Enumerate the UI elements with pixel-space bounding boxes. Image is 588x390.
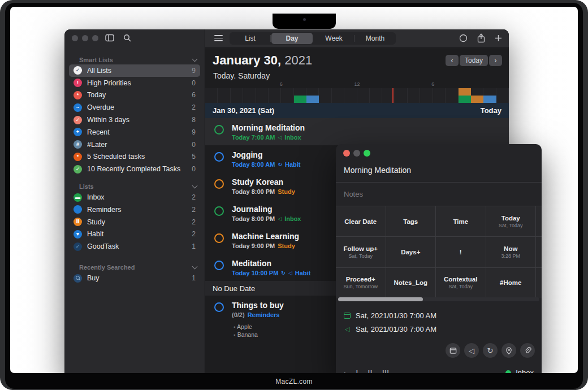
minimize-button[interactable] <box>82 35 88 41</box>
action-contextual[interactable]: ContextualSat, Today <box>436 268 486 298</box>
sidebar-item-inbox[interactable]: ▬Inbox2 <box>69 191 200 203</box>
today-button[interactable]: Today <box>460 55 488 66</box>
section-header-recently-searched[interactable]: Recently Searched <box>64 263 205 272</box>
grid-scrollbar[interactable] <box>338 297 539 301</box>
sidebar-item-all-lists[interactable]: ✓All Lists9 <box>69 64 200 77</box>
tray-icon: ▬ <box>74 193 82 202</box>
due-date-row[interactable]: Sat, 2021/01/30 7:00 AM <box>344 309 436 322</box>
menu-icon[interactable] <box>214 35 223 41</box>
list-assignment[interactable]: Inbox <box>505 369 534 373</box>
sidebar-toggle-icon[interactable] <box>105 34 114 42</box>
sidebar-item-buy[interactable]: Buy1 <box>69 272 200 284</box>
sidebar-item-reminders[interactable]: Reminders2 <box>69 203 200 216</box>
action-now[interactable]: Now3:28 PM <box>486 237 536 267</box>
action-home[interactable]: #Home <box>486 268 536 298</box>
tab-day[interactable]: Day <box>271 33 313 44</box>
sidebar-item-habit[interactable]: ♥Habit2 <box>69 228 200 241</box>
task-circle[interactable] <box>214 233 224 243</box>
timeline-block[interactable] <box>459 96 471 103</box>
section-header-lists[interactable]: Lists <box>64 182 205 191</box>
zoom-button[interactable] <box>92 35 98 41</box>
tab-list[interactable]: List <box>230 32 271 45</box>
timeline-block[interactable] <box>471 96 483 103</box>
next-day-button[interactable]: › <box>489 55 502 66</box>
alarm-row[interactable]: ◁Sat, 2021/01/30 7:00 AM <box>344 322 436 336</box>
task-circle[interactable] <box>214 125 224 135</box>
action-notes-log[interactable]: Notes_Log <box>386 268 436 298</box>
sidebar-item-high-priorities[interactable]: !High Priorities0 <box>69 77 200 89</box>
sidebar-item-10-recently-completed-tasks[interactable]: ✓10 Recently Completed Tasks0 <box>69 163 200 175</box>
scrollbar-thumb[interactable] <box>338 297 423 301</box>
action-follow-up[interactable]: Follow up+Sat, Today <box>336 237 386 267</box>
priority-option-1[interactable]: ! <box>356 369 358 374</box>
sidebar-item-count: 0 <box>192 165 196 173</box>
task-circle[interactable] <box>214 206 224 216</box>
action-cell-partial[interactable] <box>536 268 542 298</box>
task-meta: Today 7:00 AM◁Inbox <box>232 134 301 141</box>
tab-month[interactable]: Month <box>354 32 396 45</box>
task-row-morning-meditation[interactable]: Morning MeditationToday 7:00 AM◁Inbox <box>205 118 509 145</box>
task-circle[interactable] <box>214 261 224 270</box>
speaker-button[interactable]: ◁ <box>464 343 479 358</box>
task-circle[interactable] <box>214 179 224 189</box>
priority-option-2[interactable]: !! <box>368 369 372 374</box>
chevron-down-icon[interactable] <box>192 183 198 189</box>
action-cell-partial[interactable] <box>536 206 542 236</box>
action-[interactable]: ! <box>436 237 486 267</box>
task-circle[interactable] <box>214 302 224 312</box>
timeline-block[interactable] <box>306 96 319 103</box>
sidebar-item-recent[interactable]: +Recent9 <box>69 126 200 138</box>
sidebar-item-study[interactable]: ⅡStudy2 <box>69 216 200 228</box>
chevron-down-icon[interactable] <box>192 57 198 62</box>
task-title: Morning Meditation <box>232 123 305 132</box>
task-title-field[interactable]: Morning Meditation <box>344 166 411 175</box>
priority-option-3[interactable]: !!! <box>382 369 390 374</box>
meta-text: Study <box>278 188 295 195</box>
star-icon: * <box>74 153 82 161</box>
search-icon[interactable] <box>123 34 131 42</box>
chevron-down-icon[interactable] <box>192 264 198 270</box>
location-button[interactable] <box>501 343 516 358</box>
action-proceed[interactable]: Proceed+Sun, Tomorrow <box>336 268 386 298</box>
timeline-block[interactable] <box>483 96 496 103</box>
action-label: #Home <box>500 279 521 286</box>
zoom-button[interactable] <box>364 150 370 157</box>
sidebar-item-today[interactable]: *Today6 <box>69 89 200 102</box>
record-circle-icon[interactable] <box>459 34 468 42</box>
section-header-smart-lists[interactable]: Smart Lists <box>64 55 205 64</box>
sidebar-item-within-3-days[interactable]: ✓Within 3 days8 <box>69 114 200 126</box>
calendar-button[interactable] <box>446 343 460 358</box>
subtask-item[interactable]: ◦ Apple <box>234 323 258 331</box>
action-cell-partial[interactable] <box>536 237 542 267</box>
action-today[interactable]: TodaySat, Today <box>486 206 536 236</box>
refresh-button[interactable]: ↻ <box>483 343 498 358</box>
day-label: Jan 30, 2021 (Sat) <box>213 106 274 115</box>
task-title: Jogging <box>232 150 262 159</box>
add-task-icon[interactable] <box>495 34 502 42</box>
sidebar-item-5-scheduled-tasks[interactable]: *5 Scheduled tasks5 <box>69 151 200 163</box>
tab-week[interactable]: Week <box>313 32 354 45</box>
share-icon[interactable] <box>477 33 485 43</box>
paperclip-button[interactable] <box>520 343 535 358</box>
sidebar-item-goodtask[interactable]: ✓GoodTask1 <box>69 240 200 253</box>
task-circle[interactable] <box>214 152 224 162</box>
timeline-block[interactable] <box>459 88 471 96</box>
minimize-button[interactable] <box>353 150 360 157</box>
sidebar-item-count: 1 <box>192 242 196 250</box>
action-label: Time <box>453 218 468 225</box>
timeline[interactable] <box>205 88 509 103</box>
subtask-item[interactable]: ◦ Banana <box>234 331 258 339</box>
notes-field[interactable]: Notes <box>344 190 363 198</box>
close-button[interactable] <box>72 35 78 41</box>
action-clear-date[interactable]: Clear Date <box>336 206 386 236</box>
hour-cell <box>243 88 256 103</box>
close-button[interactable] <box>343 150 350 157</box>
priority-option-0[interactable]: · <box>344 369 346 374</box>
action-tags[interactable]: Tags <box>386 206 436 236</box>
action-time[interactable]: Time <box>436 206 486 236</box>
action-days[interactable]: Days+ <box>386 237 436 267</box>
sidebar-item-later[interactable]: ##Later0 <box>69 138 200 151</box>
timeline-block[interactable] <box>294 96 306 103</box>
sidebar-item-overdue[interactable]: ~Overdue2 <box>69 101 200 114</box>
prev-day-button[interactable]: ‹ <box>446 55 459 66</box>
